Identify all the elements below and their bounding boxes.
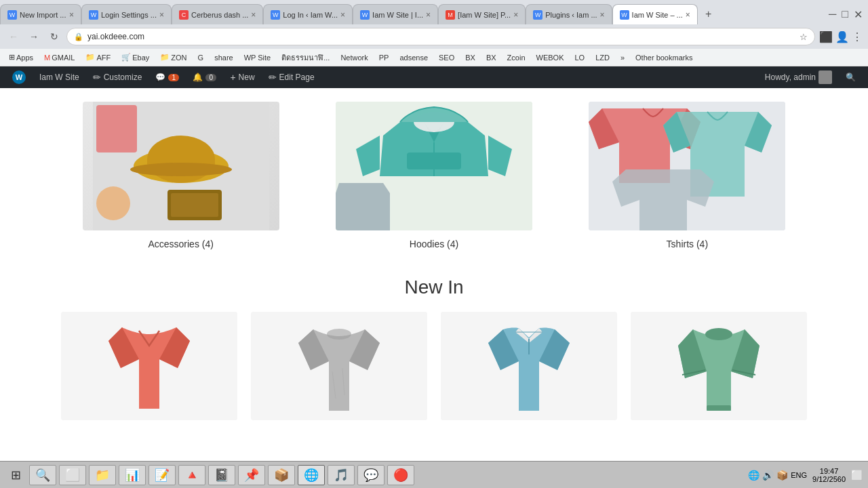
bm-lzd[interactable]: LZD: [592, 52, 613, 63]
bm-network[interactable]: Network: [337, 52, 371, 63]
wp-admin-right: Howdy, admin 🔍: [758, 66, 863, 88]
bm-zcoin[interactable]: Zcoin: [504, 52, 529, 63]
url-text: yai.okdeee.com: [87, 32, 795, 41]
bm-zon[interactable]: 📁 ZON: [157, 52, 190, 63]
tab-6[interactable]: M [Iam W Site] P... ×: [438, 4, 526, 24]
bm-pp[interactable]: PP: [376, 52, 393, 63]
show-desktop-icon[interactable]: ⬜: [851, 470, 863, 481]
tab-close-5[interactable]: ×: [426, 10, 431, 20]
product-card-3[interactable]: [441, 312, 617, 420]
tab-close-4[interactable]: ×: [340, 10, 345, 20]
settings-icon[interactable]: ⋮: [852, 30, 863, 43]
tab-8[interactable]: W Iam W Site – ... ×: [612, 4, 698, 24]
network-icon[interactable]: 🌐: [748, 470, 760, 481]
tab-close-1[interactable]: ×: [69, 10, 74, 20]
wp-new[interactable]: + New: [223, 66, 261, 88]
wp-logo-item[interactable]: W: [5, 66, 33, 88]
tab-5[interactable]: W Iam W Site | I... ×: [353, 4, 438, 24]
product-tshirt-red-svg: [108, 317, 190, 415]
wp-comments[interactable]: 💬 1: [149, 66, 186, 88]
back-button[interactable]: ←: [5, 28, 22, 45]
category-accessories[interactable]: Accessories (4): [54, 102, 307, 249]
dropbox-tray-icon[interactable]: 📦: [776, 470, 788, 481]
product-tshirt-gray-svg: [298, 317, 380, 415]
taskbar-excel[interactable]: 📊: [119, 465, 146, 485]
reload-button[interactable]: ↻: [46, 28, 62, 45]
tab-1[interactable]: W New Import ... ×: [0, 4, 81, 24]
bm-share[interactable]: share: [211, 52, 237, 63]
bm-wp-site[interactable]: WP Site: [241, 52, 275, 63]
tab-3[interactable]: C Cerberus dash ... ×: [172, 4, 263, 24]
bm-bx1[interactable]: BX: [462, 52, 479, 63]
bookmark-star-icon[interactable]: ☆: [800, 32, 808, 42]
page-content: Accessories (4): [0, 88, 868, 461]
start-button[interactable]: ⊞: [5, 465, 26, 485]
bm-other[interactable]: Other bookmarks: [632, 52, 696, 63]
tab-close-7[interactable]: ×: [600, 10, 605, 20]
tab-close-3[interactable]: ×: [251, 10, 256, 20]
taskbar-line[interactable]: 💬: [357, 465, 384, 485]
tab-label-2: Login Settings ...: [101, 11, 157, 19]
svg-rect-7: [171, 193, 218, 217]
tab-label-7: Plugins ‹ Iam ...: [545, 11, 597, 19]
extensions-icon[interactable]: ⬛: [819, 30, 833, 43]
taskbar-onenote[interactable]: 📓: [208, 465, 235, 485]
wp-edit-page[interactable]: ✏ Edit Page: [262, 66, 321, 88]
bm-ebay[interactable]: 🛒 Ebay: [118, 52, 153, 63]
minimize-icon[interactable]: ─: [829, 8, 836, 20]
close-window-icon[interactable]: ✕: [854, 8, 863, 21]
tab-close-2[interactable]: ×: [159, 10, 164, 20]
taskbar-dropbox[interactable]: 📦: [268, 465, 295, 485]
wp-user-greeting[interactable]: Howdy, admin: [758, 66, 839, 88]
product-img-2: [251, 312, 427, 420]
bm-g[interactable]: G: [195, 52, 208, 63]
bm-more[interactable]: »: [617, 52, 628, 63]
wp-customize[interactable]: ✏ Customize: [86, 66, 149, 88]
tab-close-8[interactable]: ×: [686, 10, 690, 20]
bm-seo[interactable]: SEO: [435, 52, 458, 63]
user-avatar-icon[interactable]: 👤: [835, 30, 849, 43]
bm-bx2[interactable]: BX: [483, 52, 500, 63]
maximize-icon[interactable]: □: [842, 8, 848, 20]
tab-2[interactable]: W Login Settings ... ×: [81, 4, 172, 24]
taskbar-task-view[interactable]: ⬜: [59, 465, 86, 485]
edit-icon: ✏: [269, 72, 277, 83]
url-bar[interactable]: 🔒 yai.okdeee.com ☆: [66, 28, 815, 45]
taskbar-app9[interactable]: 🔴: [387, 465, 414, 485]
product-card-1[interactable]: [61, 312, 237, 420]
svg-point-5: [130, 163, 232, 176]
taskbar-clock[interactable]: 19:47 9/12/2560: [812, 467, 846, 483]
bm-gmail[interactable]: M GMAIL: [41, 52, 78, 63]
language-indicator[interactable]: ENG: [791, 471, 807, 479]
wp-pending-comments[interactable]: 🔔 0: [186, 66, 223, 88]
bm-apps[interactable]: ⊞ Apps: [5, 52, 37, 63]
bm-lo[interactable]: LO: [571, 52, 588, 63]
taskbar: ⊞ 🔍 ⬜ 📁 📊 📝 🔺 📓 📌 📦 🌐 🎵 💬 🔴 🌐 🔊 📦 ENG 19…: [0, 461, 868, 488]
wp-site-name[interactable]: Iam W Site: [33, 66, 86, 88]
wp-search-admin[interactable]: 🔍: [839, 66, 863, 88]
product-card-4[interactable]: [631, 312, 807, 420]
speaker-icon[interactable]: 🔊: [762, 470, 774, 481]
bm-webok[interactable]: WEBOK: [533, 52, 568, 63]
user-avatar-wp: [818, 70, 832, 84]
category-hoodies[interactable]: Hoodies (4): [307, 102, 560, 249]
new-tab-button[interactable]: +: [701, 6, 717, 22]
bm-aff[interactable]: 📁 AFF: [82, 52, 114, 63]
taskbar-chrome[interactable]: 🌐: [298, 465, 325, 485]
tab-4[interactable]: W Log In ‹ Iam W... ×: [263, 4, 353, 24]
taskbar-search[interactable]: 🔍: [29, 465, 56, 485]
category-tshirts[interactable]: Tshirts (4): [561, 102, 814, 249]
bm-thai[interactable]: ติดธรรมนาฬิ...: [278, 50, 333, 65]
product-card-2[interactable]: [251, 312, 427, 420]
tab-close-6[interactable]: ×: [513, 10, 518, 20]
taskbar-vlc[interactable]: 🔺: [178, 465, 205, 485]
new-label: New: [239, 73, 255, 82]
tab-7[interactable]: W Plugins ‹ Iam ... ×: [526, 4, 612, 24]
forward-button[interactable]: →: [26, 28, 42, 45]
bm-adsense[interactable]: adsense: [396, 52, 431, 63]
taskbar-app7[interactable]: 🎵: [328, 465, 355, 485]
taskbar-app5[interactable]: 📌: [238, 465, 265, 485]
product-img-4: [631, 312, 807, 420]
taskbar-word[interactable]: 📝: [149, 465, 176, 485]
taskbar-file-explorer[interactable]: 📁: [89, 465, 116, 485]
